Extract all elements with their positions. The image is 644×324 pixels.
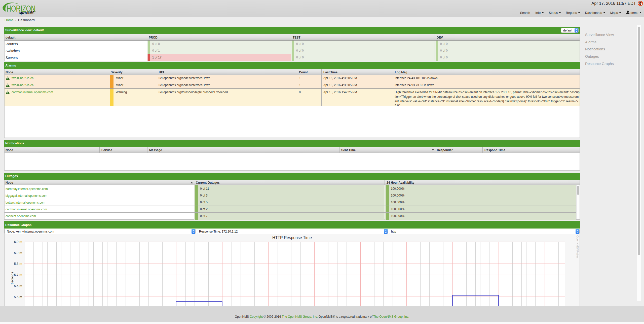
svg-text:NMS: NMS (27, 11, 34, 15)
svg-text:open: open (19, 11, 27, 15)
